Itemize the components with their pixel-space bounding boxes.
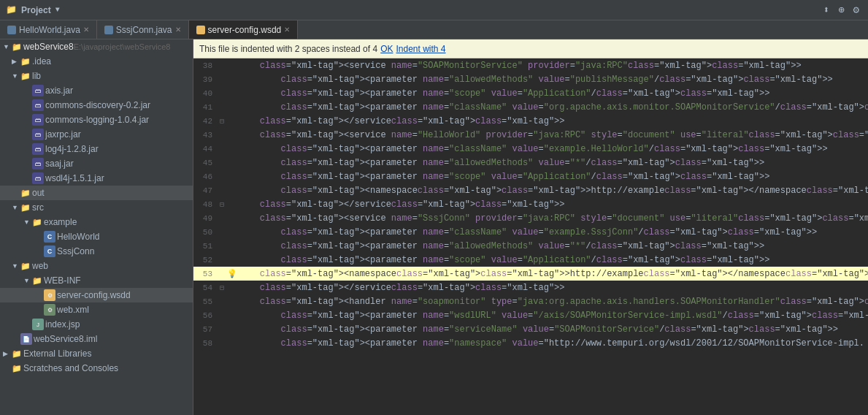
tab-close-serverconfig[interactable]: ✕ [284,26,290,34]
line-content: class="xml-tag"><service name="SssjConn"… [237,213,868,224]
folder-icon: 📁 [20,72,31,81]
folder-icon: 📁 [32,276,42,286]
folder-icon: 📁 [20,57,31,66]
code-line: 38 class="xml-tag"><service name="SOAPMo… [193,58,868,72]
code-line: 42⊟ class="xml-tag"></serviceclass="xml-… [193,114,868,128]
line-content: class="xml-tag"><parameter name="allowed… [237,75,868,85]
fold-button[interactable]: ⊟ [217,200,227,209]
sidebar-item[interactable]: 🗃wsdl4j-1.5.1.jar [0,171,193,186]
settings-icon[interactable]: ⚙ [850,2,862,18]
sidebar-item[interactable]: ▼📁WEB-INF [0,273,193,288]
sidebar-item[interactable]: ▶📁.idea [0,54,193,69]
fold-button[interactable]: ⊟ [217,283,227,292]
notification-action[interactable]: Indent with 4 [396,44,445,54]
java-file-icon [7,26,16,34]
sidebar-item[interactable]: 🗃commons-logging-1.0.4.jar [0,113,193,127]
line-content: class="xml-tag"><service name="HelloWorl… [237,130,868,140]
code-line: 51 class="xml-tag"><parameter name="allo… [193,239,868,253]
code-editor: This file is indented with 2 spaces inst… [193,39,868,415]
main-content: ▼📁webService8 E:\javaproject\webService8… [0,39,868,415]
code-line: 48⊟ class="xml-tag"></serviceclass="xml-… [193,197,868,211]
sidebar-item[interactable]: 🗃saaj.jar [0,156,193,171]
tab-label-helloworld: HelloWorld.java [19,25,80,35]
item-label: HelloWorld [57,232,99,242]
sidebar-item[interactable]: 🗃axis.jar [0,83,193,98]
code-line: 45 class="xml-tag"><parameter name="allo… [193,156,868,170]
project-icon: 📁 [6,4,17,15]
tab-sssconn[interactable]: SssjConn.java ✕ [97,20,189,39]
line-number: 44 [193,145,217,153]
folder-icon: 📁 [12,364,22,373]
item-label: Scratches and Consoles [23,363,118,373]
sidebar-item[interactable]: 📁out [0,186,193,200]
sync-icon[interactable]: ⬍ [821,2,832,18]
item-label: wsdl4j-1.5.1.jar [45,173,104,183]
notification-text: This file is indented with 2 spaces inst… [199,44,377,54]
code-line: 44 class="xml-tag"><parameter name="clas… [193,142,868,156]
sidebar-item[interactable]: 🗃commons-discovery-0.2.jar [0,98,193,113]
code-line: 57 class="xml-tag"><parameter name="serv… [193,322,868,336]
sidebar-item[interactable]: 📄webService8.iml [0,332,193,346]
item-label: log4j-1.2.8.jar [45,144,99,154]
sidebar-item[interactable]: ▼📁webService8 E:\javaproject\webService8 [0,39,193,54]
sidebar-item[interactable]: ⚙web.xml [0,302,193,317]
line-content: class="xml-tag"><parameter name="classNa… [237,144,868,154]
code-line: 49 class="xml-tag"><service name="SssjCo… [193,211,868,225]
sidebar-item[interactable]: 🗃log4j-1.2.8.jar [0,142,193,156]
line-number: 50 [193,228,217,237]
sidebar-item[interactable]: ▼📁example [0,215,193,229]
toolbar-icons: ⬍ ⊕ ⚙ [821,2,862,18]
item-label: commons-logging-1.0.4.jar [45,115,149,125]
sidebar-item[interactable]: ▼📁lib [0,69,193,83]
wsdd-file-icon [196,26,205,34]
jsp-icon: J [32,319,44,330]
line-content: class="xml-tag"><namespaceclass="xml-tag… [237,269,868,279]
line-content: class="xml-tag"><parameter name="allowed… [237,158,868,168]
sidebar-item[interactable]: ▼📁web [0,259,193,273]
code-line: 46 class="xml-tag"><parameter name="scop… [193,170,868,183]
line-content: class="xml-tag"><parameter name="scope" … [237,172,868,182]
fold-button[interactable]: ⊟ [217,117,227,126]
iml-icon: 📄 [20,333,32,345]
folder-icon: 📁 [32,218,42,227]
tree-arrow: ▼ [23,277,32,284]
tab-close-helloworld[interactable]: ✕ [83,26,89,34]
item-label: example [44,217,77,227]
jar-icon: 🗃 [32,143,44,155]
code-line: 58 class="xml-tag"><parameter name="name… [193,336,868,350]
project-sidebar: ▼📁webService8 E:\javaproject\webService8… [0,39,193,415]
dropdown-arrow[interactable]: ▼ [55,6,60,14]
code-line: 39 class="xml-tag"><parameter name="allo… [193,72,868,86]
add-icon[interactable]: ⊕ [835,2,847,18]
item-label: web [32,261,48,271]
bulb-icon[interactable]: 💡 [227,269,237,278]
line-content: class="xml-tag"><parameter name="scope" … [237,255,868,265]
sidebar-item[interactable]: ▶📁External Libraries [0,346,193,361]
item-label: External Libraries [23,349,91,359]
code-line: 52 class="xml-tag"><parameter name="scop… [193,253,868,267]
notification-ok[interactable]: OK [380,44,393,54]
line-content: class="xml-tag"></serviceclass="xml-tag"… [237,283,868,293]
root-folder-icon: 📁 [12,42,22,52]
sidebar-item[interactable]: ⚙server-config.wsdd [0,288,193,302]
tab-close-sssconn[interactable]: ✕ [175,26,181,34]
code-line: 56 class="xml-tag"><parameter name="wsdl… [193,308,868,322]
item-label: lib [32,71,41,81]
sidebar-item[interactable]: Jindex.jsp [0,317,193,332]
jar-icon: 🗃 [32,114,44,126]
item-label: axis.jar [45,85,73,96]
line-number: 55 [193,297,217,306]
item-label: WEB-INF [44,275,81,286]
tree-arrow: ▼ [12,204,20,211]
sidebar-item[interactable]: 🗃jaxrpc.jar [0,127,193,142]
top-bar: 📁 Project ▼ ⬍ ⊕ ⚙ [0,0,868,20]
code-line: 53💡 class="xml-tag"><namespaceclass="xml… [193,267,868,281]
tab-helloworld[interactable]: HelloWorld.java ✕ [0,20,97,39]
sidebar-item[interactable]: CHelloWorld [0,229,193,244]
line-number: 53 [193,270,217,278]
tab-serverconfig[interactable]: server-config.wsdd ✕ [189,20,299,39]
java-icon: C [44,245,55,257]
sidebar-item[interactable]: 📁Scratches and Consoles [0,361,193,376]
sidebar-item[interactable]: ▼📁src [0,200,193,215]
sidebar-item[interactable]: CSssjConn [0,244,193,259]
